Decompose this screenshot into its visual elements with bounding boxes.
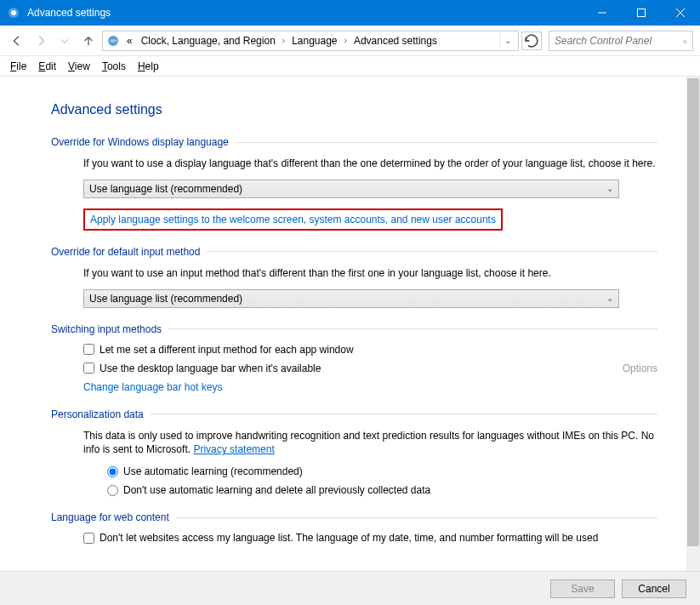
svg-line-8 xyxy=(686,43,686,43)
section-header-personalization: Personalization data xyxy=(51,408,151,420)
change-hotkeys-link[interactable]: Change language bar hot keys xyxy=(83,381,222,393)
apply-language-settings-link[interactable]: Apply language settings to the welcome s… xyxy=(90,214,496,225)
block-website-language-checkbox[interactable] xyxy=(83,533,94,544)
section-header-web: Language for web content xyxy=(51,511,176,523)
no-automatic-learning-label: Don't use automatic learning and delete … xyxy=(123,484,430,496)
chevron-down-icon: ⌄ xyxy=(606,294,613,303)
section-header-switching: Switching input methods xyxy=(51,323,168,335)
chevron-right-icon[interactable]: › xyxy=(343,36,349,45)
block-website-language-label: Don't let websites access my language li… xyxy=(100,532,598,544)
up-button[interactable] xyxy=(78,31,99,51)
per-app-input-label: Let me set a different input method for … xyxy=(100,344,354,356)
dropdown-value: Use language list (recommended) xyxy=(89,293,242,305)
minimize-button[interactable] xyxy=(583,0,622,26)
section-header-input-method: Override for default input method xyxy=(51,246,207,258)
close-button[interactable] xyxy=(661,0,700,26)
section-header-display-language: Override for Windows display language xyxy=(51,136,236,148)
search-box[interactable] xyxy=(549,31,693,51)
svg-point-7 xyxy=(684,40,686,43)
automatic-learning-radio[interactable] xyxy=(107,466,118,477)
breadcrumb-dropdown-icon[interactable]: ⌄ xyxy=(499,31,515,50)
divider xyxy=(168,328,657,329)
chevron-right-icon[interactable]: › xyxy=(281,36,287,45)
window-title: Advanced settings xyxy=(27,7,583,19)
breadcrumb-prefix[interactable]: « xyxy=(123,35,136,47)
personalization-desc-text: This data is only used to improve handwr… xyxy=(83,430,654,456)
dropdown-value: Use language list (recommended) xyxy=(89,183,242,195)
page-title: Advanced settings xyxy=(51,102,657,117)
highlighted-link-box: Apply language settings to the welcome s… xyxy=(83,208,503,231)
title-bar: Advanced settings xyxy=(0,0,700,26)
menu-help[interactable]: Help xyxy=(138,60,159,72)
recent-dropdown-icon[interactable] xyxy=(54,31,75,51)
app-icon xyxy=(7,6,20,20)
desktop-language-bar-checkbox[interactable] xyxy=(83,362,94,374)
menu-tools[interactable]: Tools xyxy=(102,60,126,72)
divider xyxy=(176,517,657,518)
save-button[interactable]: Save xyxy=(550,579,615,598)
cancel-button[interactable]: Cancel xyxy=(622,579,686,598)
privacy-statement-link[interactable]: Privacy statement xyxy=(193,443,274,455)
chevron-down-icon: ⌄ xyxy=(606,184,613,193)
vertical-scrollbar[interactable] xyxy=(686,77,700,571)
display-language-desc: If you want to use a display language th… xyxy=(83,157,657,171)
search-input[interactable] xyxy=(555,35,683,47)
input-method-dropdown[interactable]: Use language list (recommended) ⌄ xyxy=(83,289,619,308)
button-bar: Save Cancel xyxy=(0,571,700,605)
back-button[interactable] xyxy=(7,31,27,51)
forward-button[interactable] xyxy=(31,31,51,51)
content-area: Advanced settings Override for Windows d… xyxy=(0,77,700,568)
no-automatic-learning-radio[interactable] xyxy=(107,485,118,496)
menu-bar: File Edit View Tools Help xyxy=(0,56,700,77)
maximize-button[interactable] xyxy=(622,0,661,26)
display-language-dropdown[interactable]: Use language list (recommended) ⌄ xyxy=(83,180,619,198)
breadcrumb-item[interactable]: Clock, Language, and Region xyxy=(138,35,279,47)
location-icon xyxy=(106,34,120,48)
divider xyxy=(151,414,657,414)
automatic-learning-label: Use automatic learning (recommended) xyxy=(123,465,303,477)
scroll-thumb[interactable] xyxy=(687,78,699,546)
menu-edit[interactable]: Edit xyxy=(38,60,56,72)
divider xyxy=(236,142,657,143)
desktop-language-bar-label: Use the desktop language bar when it's a… xyxy=(100,362,321,374)
divider xyxy=(207,251,657,252)
breadcrumb[interactable]: « Clock, Language, and Region › Language… xyxy=(102,31,519,51)
svg-point-1 xyxy=(11,10,16,15)
breadcrumb-item[interactable]: Language xyxy=(288,35,340,47)
input-method-desc: If you want to use an input method that'… xyxy=(83,266,657,281)
per-app-input-checkbox[interactable] xyxy=(83,344,94,355)
options-link[interactable]: Options xyxy=(623,362,657,374)
svg-rect-3 xyxy=(638,9,646,17)
breadcrumb-item[interactable]: Advanced settings xyxy=(350,35,441,47)
search-icon[interactable] xyxy=(683,35,687,47)
address-bar: « Clock, Language, and Region › Language… xyxy=(0,26,700,56)
menu-view[interactable]: View xyxy=(68,60,90,72)
personalization-desc: This data is only used to improve handwr… xyxy=(83,429,657,458)
menu-file[interactable]: File xyxy=(10,60,26,72)
refresh-button[interactable] xyxy=(521,31,542,50)
